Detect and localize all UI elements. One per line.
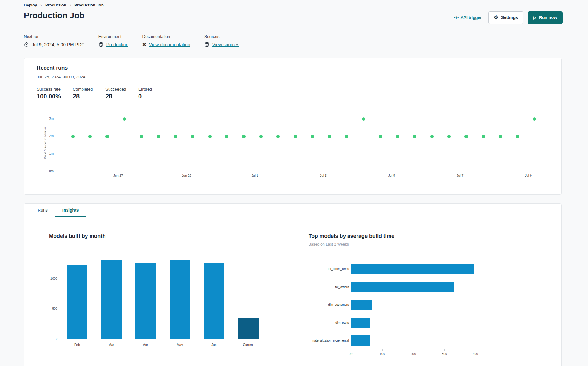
play-icon: ▷ [533,16,536,20]
run-dot[interactable] [208,135,212,138]
model-bar [351,300,372,310]
run-dot[interactable] [174,135,177,138]
next-run-value: Jul 9, 2024, 5:00 PM PDT [32,42,84,47]
top-models-subtitle: Based on Last 2 Weeks [309,242,349,246]
api-trigger-link[interactable]: </> API trigger [454,15,482,20]
x-tick-mark [382,349,383,351]
page-title: Production Job [24,11,84,20]
stat-completed: Completed 28 [73,87,105,100]
info-sources: Sources View sources [199,34,248,47]
run-now-label: Run now [539,15,557,20]
run-dot[interactable] [311,135,314,138]
x-tick-mark [444,349,445,351]
x-tick-label: Jun 29 [177,174,196,177]
month-bar [204,263,224,339]
bar-slot [231,252,265,339]
stat-succeeded: Succeeded 28 [105,87,138,100]
breadcrumb-deploy[interactable]: Deploy [24,3,37,7]
model-label: fct_orders [278,285,349,289]
settings-button[interactable]: ⚙ Settings [488,11,523,24]
page: Deploy › Production › Production Job Pro… [0,0,588,366]
x-tick-mark [475,349,475,351]
recent-runs-title: Recent runs [37,65,68,71]
x-tick-label: 30s [438,352,451,356]
y-tick-label: 0m [36,169,54,173]
next-run-label: Next run [24,34,84,39]
x-tick-label: Jul 5 [382,174,401,177]
settings-label: Settings [501,15,518,20]
breadcrumb: Deploy › Production › Production Job [24,2,104,7]
x-tick-label: 20s [406,352,420,356]
y-tick-label: 3m [36,116,54,120]
tab-runs[interactable]: Runs [30,204,55,217]
dbt-logo-icon: ✖ [142,42,146,47]
run-dot[interactable] [516,135,519,138]
bar-slot [94,252,129,339]
month-bar [238,318,259,339]
info-environment: Environment Production [93,34,137,47]
documentation-label: Documentation [142,34,190,39]
environment-label: Environment [98,34,128,39]
x-tick-label: 40s [468,352,482,356]
x-tick-label: Jul 9 [519,174,538,177]
stat-success-rate: Success rate 100.00% [37,87,73,100]
model-bar [351,282,454,292]
model-label: dim_customers [278,303,349,306]
breadcrumb-production[interactable]: Production [45,3,66,7]
run-now-button[interactable]: ▷ Run now [528,11,563,24]
y-tick-label: 0 [42,337,57,341]
top-models-chart: fct_order_itemsfct_ordersdim_customersdi… [278,259,526,363]
x-tick-label: 0m [344,352,358,356]
recent-runs-date-range: Jun 25, 2024–Jul 09, 2024 [37,75,85,79]
model-bar [351,335,370,346]
y-tick-label: 500 [42,307,57,310]
tab-bar: Runs Insights [24,204,561,217]
models-by-month-title: Models built by month [49,233,106,239]
gear-icon: ⚙ [494,15,498,20]
bar-slot [60,252,94,339]
run-dot[interactable] [362,117,365,121]
x-tick-label: Jun 27 [108,174,128,177]
environment-link[interactable]: Production [106,42,128,47]
month-bar [170,260,190,339]
model-label: dim_parts [278,321,349,324]
models-by-month-chart: 05001000FebMarAprMayJunCurrent [42,252,274,359]
x-tick-label: 10s [375,352,389,356]
y-tick-label: 1m [36,152,54,155]
view-documentation-link[interactable]: View documentation [149,42,190,47]
model-bar [351,264,474,274]
run-dot[interactable] [499,135,502,138]
x-category-label: Current [231,343,265,346]
y-tick-label: 2m [36,134,54,138]
chevron-right-icon: › [70,2,71,7]
recent-runs-stats: Success rate 100.00% Completed 28 Succee… [37,87,171,100]
model-bar [351,318,370,328]
y-axis-title: Build Duration in Minutes [43,115,47,171]
x-category-label: Feb [60,343,94,346]
database-icon [204,42,209,47]
run-dot[interactable] [345,135,348,138]
run-dot[interactable] [482,135,485,138]
header-actions: </> API trigger ⚙ Settings ▷ Run now [454,11,563,24]
view-sources-link[interactable]: View sources [212,42,239,47]
bar-slot [197,252,231,339]
insights-card: Runs Insights Models built by month Top … [24,203,562,366]
run-dot[interactable] [328,135,331,138]
bar-slot [163,252,197,339]
month-bar [101,260,122,339]
code-icon: </> [454,15,458,20]
x-tick-label: Jul 3 [313,174,333,177]
run-dot[interactable] [191,135,194,138]
model-label: materialization_incremental [278,339,349,342]
model-label: fct_order_items [278,267,349,271]
build-duration-scatter-chart: Build Duration in Minutes0m1m2m3mJun 27J… [36,115,561,184]
info-next-run: Next run Jul 9, 2024, 5:00 PM PDT [24,34,93,47]
y-tick-label: 1000 [42,277,57,280]
run-dot[interactable] [157,135,160,138]
stat-errored: Errored 0 [138,87,171,100]
x-tick-label: Jul 1 [245,174,265,177]
x-tick-mark [351,349,351,351]
tab-insights[interactable]: Insights [55,204,86,217]
scatter-plot-area [56,115,559,171]
x-axis-line [351,349,492,349]
